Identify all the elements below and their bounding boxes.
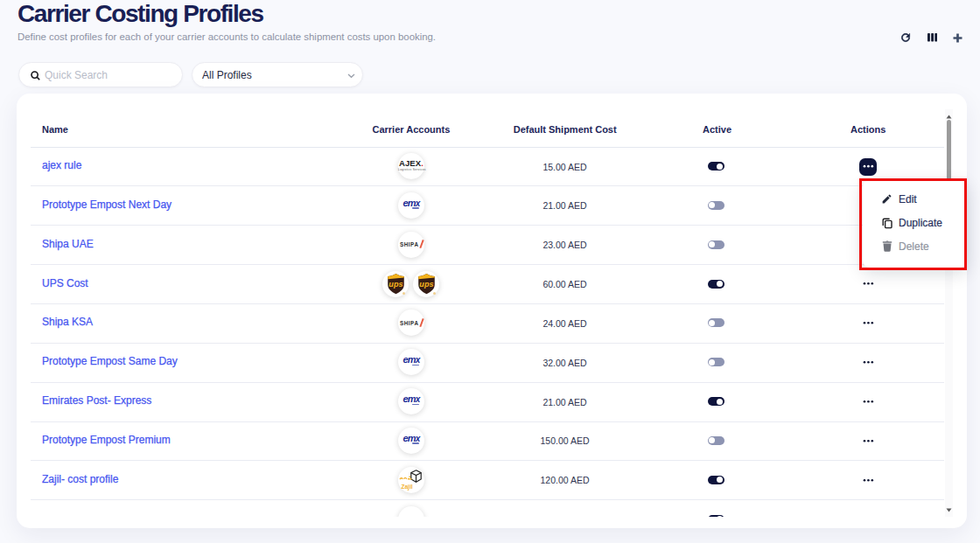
svg-text:ups: ups [419, 280, 433, 289]
svg-text:ups: ups [388, 280, 402, 289]
